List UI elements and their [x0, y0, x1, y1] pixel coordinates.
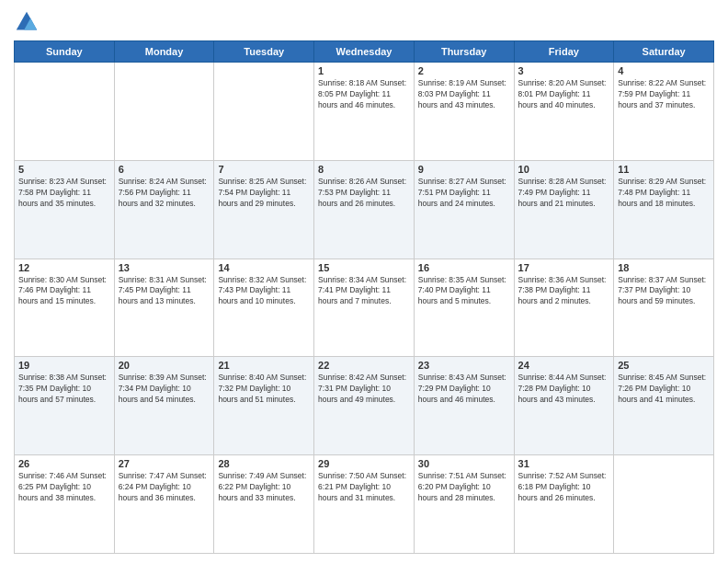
day-info: Sunrise: 8:35 AM Sunset: 7:40 PM Dayligh…	[418, 275, 510, 308]
calendar-cell: 8Sunrise: 8:26 AM Sunset: 7:53 PM Daylig…	[314, 160, 415, 259]
calendar-cell: 7Sunrise: 8:25 AM Sunset: 7:54 PM Daylig…	[214, 160, 314, 259]
day-number: 30	[418, 458, 510, 469]
calendar-cell: 27Sunrise: 7:47 AM Sunset: 6:24 PM Dayli…	[114, 455, 214, 554]
day-info: Sunrise: 8:40 AM Sunset: 7:32 PM Dayligh…	[218, 373, 310, 406]
calendar-cell: 31Sunrise: 7:52 AM Sunset: 6:18 PM Dayli…	[514, 455, 614, 554]
day-info: Sunrise: 7:49 AM Sunset: 6:22 PM Dayligh…	[218, 471, 310, 504]
day-number: 12	[18, 262, 110, 273]
day-info: Sunrise: 8:20 AM Sunset: 8:01 PM Dayligh…	[518, 78, 610, 111]
calendar-week-3: 12Sunrise: 8:30 AM Sunset: 7:46 PM Dayli…	[15, 259, 714, 357]
day-info: Sunrise: 8:38 AM Sunset: 7:35 PM Dayligh…	[18, 373, 110, 406]
day-number: 1	[318, 65, 410, 76]
day-info: Sunrise: 8:29 AM Sunset: 7:48 PM Dayligh…	[618, 177, 710, 210]
calendar-cell: 29Sunrise: 7:50 AM Sunset: 6:21 PM Dayli…	[314, 455, 415, 554]
day-number: 20	[119, 360, 210, 371]
calendar-cell: 17Sunrise: 8:36 AM Sunset: 7:38 PM Dayli…	[514, 259, 614, 357]
calendar-cell	[214, 63, 314, 161]
day-number: 7	[218, 164, 310, 175]
day-info: Sunrise: 8:45 AM Sunset: 7:26 PM Dayligh…	[618, 373, 710, 406]
logo	[14, 9, 43, 35]
day-info: Sunrise: 7:52 AM Sunset: 6:18 PM Dayligh…	[518, 471, 610, 504]
calendar-cell: 13Sunrise: 8:31 AM Sunset: 7:45 PM Dayli…	[114, 259, 214, 357]
calendar-cell: 9Sunrise: 8:27 AM Sunset: 7:51 PM Daylig…	[414, 160, 514, 259]
day-number: 31	[518, 458, 610, 469]
calendar-table: SundayMondayTuesdayWednesdayThursdayFrid…	[14, 40, 714, 554]
page: SundayMondayTuesdayWednesdayThursdayFrid…	[0, 0, 728, 563]
day-number: 10	[518, 164, 610, 175]
day-number: 21	[218, 360, 310, 371]
day-info: Sunrise: 8:37 AM Sunset: 7:37 PM Dayligh…	[618, 275, 710, 308]
header	[14, 9, 714, 35]
col-header-thursday: Thursday	[414, 41, 514, 63]
calendar-cell: 19Sunrise: 8:38 AM Sunset: 7:35 PM Dayli…	[15, 357, 115, 455]
day-info: Sunrise: 8:43 AM Sunset: 7:29 PM Dayligh…	[418, 373, 510, 406]
day-number: 29	[318, 458, 410, 469]
col-header-sunday: Sunday	[15, 41, 115, 63]
day-number: 22	[318, 360, 410, 371]
day-info: Sunrise: 7:47 AM Sunset: 6:24 PM Dayligh…	[119, 471, 210, 504]
calendar-cell	[15, 63, 115, 161]
day-info: Sunrise: 8:42 AM Sunset: 7:31 PM Dayligh…	[318, 373, 410, 406]
calendar-cell: 15Sunrise: 8:34 AM Sunset: 7:41 PM Dayli…	[314, 259, 415, 357]
calendar-cell: 14Sunrise: 8:32 AM Sunset: 7:43 PM Dayli…	[214, 259, 314, 357]
day-info: Sunrise: 8:25 AM Sunset: 7:54 PM Dayligh…	[218, 177, 310, 210]
calendar-cell: 23Sunrise: 8:43 AM Sunset: 7:29 PM Dayli…	[414, 357, 514, 455]
day-info: Sunrise: 8:28 AM Sunset: 7:49 PM Dayligh…	[518, 177, 610, 210]
col-header-monday: Monday	[114, 41, 214, 63]
calendar-cell: 3Sunrise: 8:20 AM Sunset: 8:01 PM Daylig…	[514, 63, 614, 161]
day-info: Sunrise: 7:51 AM Sunset: 6:20 PM Dayligh…	[418, 471, 510, 504]
calendar-cell: 6Sunrise: 8:24 AM Sunset: 7:56 PM Daylig…	[114, 160, 214, 259]
day-number: 19	[18, 360, 110, 371]
calendar-cell: 25Sunrise: 8:45 AM Sunset: 7:26 PM Dayli…	[614, 357, 714, 455]
col-header-saturday: Saturday	[614, 41, 714, 63]
calendar-cell: 1Sunrise: 8:18 AM Sunset: 8:05 PM Daylig…	[314, 63, 415, 161]
day-number: 2	[418, 65, 510, 76]
calendar-cell: 12Sunrise: 8:30 AM Sunset: 7:46 PM Dayli…	[15, 259, 115, 357]
calendar-cell: 20Sunrise: 8:39 AM Sunset: 7:34 PM Dayli…	[114, 357, 214, 455]
day-number: 17	[518, 262, 610, 273]
day-number: 23	[418, 360, 510, 371]
day-number: 27	[119, 458, 210, 469]
day-info: Sunrise: 8:24 AM Sunset: 7:56 PM Dayligh…	[119, 177, 210, 210]
calendar-cell: 16Sunrise: 8:35 AM Sunset: 7:40 PM Dayli…	[414, 259, 514, 357]
calendar-cell: 2Sunrise: 8:19 AM Sunset: 8:03 PM Daylig…	[414, 63, 514, 161]
day-number: 5	[18, 164, 110, 175]
calendar-week-2: 5Sunrise: 8:23 AM Sunset: 7:58 PM Daylig…	[15, 160, 714, 259]
day-number: 16	[418, 262, 510, 273]
day-number: 28	[218, 458, 310, 469]
day-number: 26	[18, 458, 110, 469]
calendar-cell: 4Sunrise: 8:22 AM Sunset: 7:59 PM Daylig…	[614, 63, 714, 161]
day-number: 18	[618, 262, 710, 273]
day-info: Sunrise: 8:31 AM Sunset: 7:45 PM Dayligh…	[119, 275, 210, 308]
day-info: Sunrise: 7:50 AM Sunset: 6:21 PM Dayligh…	[318, 471, 410, 504]
calendar-week-5: 26Sunrise: 7:46 AM Sunset: 6:25 PM Dayli…	[15, 455, 714, 554]
col-header-friday: Friday	[514, 41, 614, 63]
day-info: Sunrise: 8:22 AM Sunset: 7:59 PM Dayligh…	[618, 78, 710, 111]
calendar-cell	[114, 63, 214, 161]
logo-icon	[14, 9, 40, 35]
calendar-header-row: SundayMondayTuesdayWednesdayThursdayFrid…	[15, 41, 714, 63]
day-number: 13	[119, 262, 210, 273]
day-number: 14	[218, 262, 310, 273]
calendar-cell	[614, 455, 714, 554]
day-number: 15	[318, 262, 410, 273]
calendar-cell: 11Sunrise: 8:29 AM Sunset: 7:48 PM Dayli…	[614, 160, 714, 259]
day-number: 8	[318, 164, 410, 175]
day-number: 11	[618, 164, 710, 175]
day-number: 25	[618, 360, 710, 371]
calendar-week-4: 19Sunrise: 8:38 AM Sunset: 7:35 PM Dayli…	[15, 357, 714, 455]
col-header-wednesday: Wednesday	[314, 41, 415, 63]
day-info: Sunrise: 8:32 AM Sunset: 7:43 PM Dayligh…	[218, 275, 310, 308]
calendar-cell: 10Sunrise: 8:28 AM Sunset: 7:49 PM Dayli…	[514, 160, 614, 259]
col-header-tuesday: Tuesday	[214, 41, 314, 63]
day-number: 9	[418, 164, 510, 175]
calendar-cell: 18Sunrise: 8:37 AM Sunset: 7:37 PM Dayli…	[614, 259, 714, 357]
calendar-cell: 21Sunrise: 8:40 AM Sunset: 7:32 PM Dayli…	[214, 357, 314, 455]
day-info: Sunrise: 8:30 AM Sunset: 7:46 PM Dayligh…	[18, 275, 110, 308]
calendar-cell: 5Sunrise: 8:23 AM Sunset: 7:58 PM Daylig…	[15, 160, 115, 259]
calendar-cell: 28Sunrise: 7:49 AM Sunset: 6:22 PM Dayli…	[214, 455, 314, 554]
day-info: Sunrise: 8:23 AM Sunset: 7:58 PM Dayligh…	[18, 177, 110, 210]
day-number: 4	[618, 65, 710, 76]
day-info: Sunrise: 8:27 AM Sunset: 7:51 PM Dayligh…	[418, 177, 510, 210]
day-number: 3	[518, 65, 610, 76]
